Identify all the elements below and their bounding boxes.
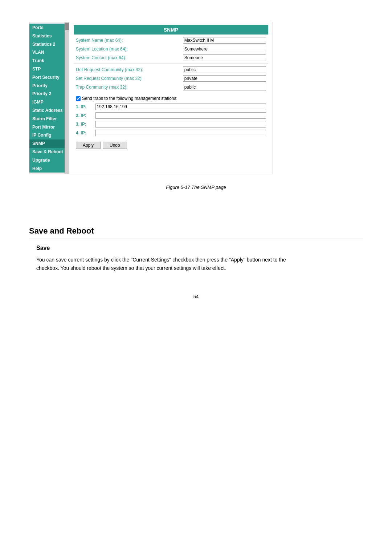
trap-community-label: Trap Community (max 32):: [74, 83, 181, 92]
sidebar-item-trunk[interactable]: Trunk: [29, 57, 69, 65]
sidebar-item-statistics2[interactable]: Statistics 2: [29, 40, 69, 49]
sidebar-item-statistics[interactable]: Statistics: [29, 32, 69, 40]
ip-input-3[interactable]: [95, 121, 266, 127]
system-contact-value-cell: [181, 53, 268, 62]
system-name-label: System Name (max 64):: [74, 36, 181, 45]
snmp-title: SNMP: [74, 25, 268, 35]
send-traps-checkbox[interactable]: [76, 96, 81, 101]
sidebar-item-ports[interactable]: Ports: [29, 24, 69, 32]
send-traps-row: Send traps to the following management s…: [74, 94, 268, 102]
button-row: Apply Undo: [74, 140, 268, 150]
send-traps-text: Send traps to the following management s…: [82, 96, 177, 101]
figure-caption: Figure 5-17 The SNMP page: [29, 185, 363, 190]
trap-community-input[interactable]: [183, 84, 266, 90]
system-location-label: System Location (max 64):: [74, 45, 181, 53]
system-location-input[interactable]: [183, 46, 266, 52]
ip-row-4: 4. IP:: [74, 129, 268, 137]
ip-label-2: 2. IP:: [74, 111, 93, 120]
sidebar-item-priority2[interactable]: Priority 2: [29, 90, 69, 98]
sidebar-item-storm-filter[interactable]: Storm Filter: [29, 115, 69, 123]
system-name-input[interactable]: [183, 37, 266, 44]
undo-button[interactable]: Undo: [103, 142, 127, 149]
get-request-row: Get Request Community (max 32):: [74, 65, 268, 74]
trap-community-row: Trap Community (max 32):: [74, 83, 268, 92]
sidebar: Ports Statistics Statistics 2 VLAN Trunk…: [29, 22, 69, 174]
sidebar-item-upgrade[interactable]: Upgrade: [29, 156, 69, 165]
sidebar-item-static-address[interactable]: Static Address: [29, 106, 69, 115]
ip-input-2[interactable]: [95, 112, 266, 119]
system-contact-input[interactable]: [183, 54, 266, 61]
get-request-value-cell: [181, 65, 268, 74]
sidebar-item-priority[interactable]: Priority: [29, 82, 69, 90]
sidebar-item-port-mirror[interactable]: Port Mirror: [29, 123, 69, 131]
sidebar-item-snmp[interactable]: SNMP: [29, 139, 69, 148]
snmp-panel: SNMP System Name (max 64): System Locati…: [69, 22, 273, 174]
save-reboot-section: Save and Reboot Save You can save curren…: [0, 226, 392, 272]
ip-label-3: 3. IP:: [74, 120, 93, 129]
sidebar-item-igmp[interactable]: IGMP: [29, 98, 69, 106]
ip-label-1: 1. IP:: [74, 102, 93, 111]
system-name-value-cell: [181, 36, 268, 45]
sidebar-scrollbar[interactable]: [65, 22, 69, 174]
ip-input-1[interactable]: [95, 104, 266, 110]
ip-row-2: 2. IP:: [74, 111, 268, 120]
ip-value-cell-4: [93, 129, 268, 137]
set-request-value-cell: [181, 74, 268, 83]
ip-row-1: 1. IP:: [74, 102, 268, 111]
ip-table: 1. IP: 2. IP: 3. IP:: [74, 102, 268, 137]
sidebar-item-port-security[interactable]: Port Security: [29, 73, 69, 82]
apply-button[interactable]: Apply: [76, 142, 101, 149]
sidebar-item-ip-config[interactable]: IP Config: [29, 131, 69, 139]
ip-value-cell-2: [93, 111, 268, 120]
ip-row-3: 3. IP:: [74, 120, 268, 129]
save-text: You can save current settings by click t…: [36, 256, 290, 272]
divider-row: [74, 62, 268, 65]
save-subtitle: Save: [36, 245, 363, 251]
ip-value-cell-1: [93, 102, 268, 111]
sidebar-item-help[interactable]: Help: [29, 165, 69, 173]
ip-input-4[interactable]: [95, 130, 266, 136]
page-number: 54: [0, 294, 392, 299]
get-request-input[interactable]: [183, 66, 266, 73]
save-reboot-title: Save and Reboot: [29, 226, 363, 239]
sidebar-item-vlan[interactable]: VLAN: [29, 48, 69, 57]
system-contact-label: System Contact (max 64):: [74, 53, 181, 62]
snmp-config-table: System Name (max 64): System Location (m…: [74, 36, 268, 92]
trap-community-value-cell: [181, 83, 268, 92]
system-location-value-cell: [181, 45, 268, 53]
ip-label-4: 4. IP:: [74, 129, 93, 137]
system-location-row: System Location (max 64):: [74, 45, 268, 53]
scroll-thumb[interactable]: [65, 23, 69, 30]
system-contact-row: System Contact (max 64):: [74, 53, 268, 62]
send-traps-label: Send traps to the following management s…: [76, 96, 266, 101]
set-request-input[interactable]: [183, 75, 266, 82]
system-name-row: System Name (max 64):: [74, 36, 268, 45]
sidebar-item-stp[interactable]: STP: [29, 65, 69, 73]
set-request-label: Set Request Community (max 32):: [74, 74, 181, 83]
ip-value-cell-3: [93, 120, 268, 129]
sidebar-item-save-reboot[interactable]: Save & Reboot: [29, 148, 69, 156]
get-request-label: Get Request Community (max 32):: [74, 65, 181, 74]
set-request-row: Set Request Community (max 32):: [74, 74, 268, 83]
